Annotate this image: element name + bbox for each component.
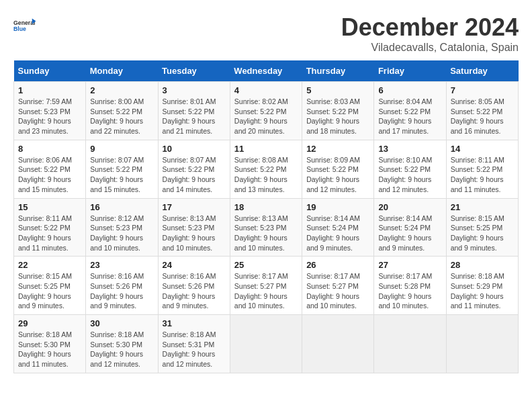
day-number: 14 xyxy=(451,144,514,154)
calendar-cell: 11 Sunrise: 8:08 AMSunset: 5:22 PMDaylig… xyxy=(230,140,302,198)
calendar-table: SundayMondayTuesdayWednesdayThursdayFrid… xyxy=(13,60,519,373)
day-number: 23 xyxy=(90,260,153,270)
logo-icon: GeneralBlue xyxy=(13,13,38,38)
calendar-cell: 23 Sunrise: 8:16 AMSunset: 5:26 PMDaylig… xyxy=(86,257,158,315)
day-info: Sunrise: 8:14 AMSunset: 5:24 PMDaylight:… xyxy=(306,214,369,253)
day-number: 22 xyxy=(18,260,81,270)
day-number: 17 xyxy=(163,202,226,212)
calendar-cell: 16 Sunrise: 8:12 AMSunset: 5:23 PMDaylig… xyxy=(86,198,158,257)
day-number: 6 xyxy=(378,85,441,95)
day-number: 30 xyxy=(90,318,153,328)
day-number: 5 xyxy=(306,85,369,95)
calendar-cell xyxy=(302,315,374,373)
day-number: 12 xyxy=(306,144,369,154)
day-number: 13 xyxy=(378,144,441,154)
day-info: Sunrise: 8:15 AMSunset: 5:25 PMDaylight:… xyxy=(18,271,81,311)
day-info: Sunrise: 8:12 AMSunset: 5:23 PMDaylight:… xyxy=(90,214,153,253)
day-header: Monday xyxy=(86,60,158,82)
title-section: December 2024 Viladecavalls, Catalonia, … xyxy=(341,13,519,54)
day-info: Sunrise: 8:09 AMSunset: 5:22 PMDaylight:… xyxy=(306,155,369,195)
day-info: Sunrise: 8:06 AMSunset: 5:22 PMDaylight:… xyxy=(18,155,81,195)
day-header: Thursday xyxy=(302,60,374,82)
day-info: Sunrise: 8:07 AMSunset: 5:22 PMDaylight:… xyxy=(163,155,226,195)
day-header: Tuesday xyxy=(158,60,230,82)
day-info: Sunrise: 8:13 AMSunset: 5:23 PMDaylight:… xyxy=(163,214,226,253)
day-info: Sunrise: 8:11 AMSunset: 5:22 PMDaylight:… xyxy=(18,214,81,253)
day-info: Sunrise: 8:14 AMSunset: 5:24 PMDaylight:… xyxy=(378,214,441,253)
calendar-cell: 22 Sunrise: 8:15 AMSunset: 5:25 PMDaylig… xyxy=(14,257,86,315)
calendar-cell: 30 Sunrise: 8:18 AMSunset: 5:30 PMDaylig… xyxy=(86,315,158,373)
day-info: Sunrise: 8:05 AMSunset: 5:22 PMDaylight:… xyxy=(451,97,514,136)
calendar-cell xyxy=(446,315,518,373)
calendar-cell: 15 Sunrise: 8:11 AMSunset: 5:22 PMDaylig… xyxy=(14,198,86,257)
calendar-cell xyxy=(230,315,302,373)
calendar-week-row: 15 Sunrise: 8:11 AMSunset: 5:22 PMDaylig… xyxy=(14,198,519,257)
calendar-week-row: 1 Sunrise: 7:59 AMSunset: 5:23 PMDayligh… xyxy=(14,82,519,140)
calendar-cell xyxy=(374,315,446,373)
day-info: Sunrise: 8:03 AMSunset: 5:22 PMDaylight:… xyxy=(306,97,369,136)
day-info: Sunrise: 8:17 AMSunset: 5:28 PMDaylight:… xyxy=(378,271,441,311)
calendar-cell: 13 Sunrise: 8:10 AMSunset: 5:22 PMDaylig… xyxy=(374,140,446,198)
day-info: Sunrise: 8:15 AMSunset: 5:25 PMDaylight:… xyxy=(451,214,514,253)
day-number: 10 xyxy=(163,144,226,154)
calendar-cell: 3 Sunrise: 8:01 AMSunset: 5:22 PMDayligh… xyxy=(158,82,230,140)
calendar-cell: 7 Sunrise: 8:05 AMSunset: 5:22 PMDayligh… xyxy=(446,82,518,140)
day-header: Sunday xyxy=(14,60,86,82)
day-number: 11 xyxy=(234,144,298,154)
day-number: 20 xyxy=(378,202,441,212)
calendar-week-row: 22 Sunrise: 8:15 AMSunset: 5:25 PMDaylig… xyxy=(14,257,519,315)
calendar-header-row: SundayMondayTuesdayWednesdayThursdayFrid… xyxy=(14,60,519,82)
day-number: 21 xyxy=(451,202,514,212)
day-info: Sunrise: 8:00 AMSunset: 5:22 PMDaylight:… xyxy=(90,97,153,136)
day-number: 15 xyxy=(18,202,81,212)
calendar-cell: 9 Sunrise: 8:07 AMSunset: 5:22 PMDayligh… xyxy=(86,140,158,198)
day-number: 3 xyxy=(163,85,226,95)
calendar-cell: 1 Sunrise: 7:59 AMSunset: 5:23 PMDayligh… xyxy=(14,82,86,140)
day-header: Friday xyxy=(374,60,446,82)
day-number: 24 xyxy=(163,260,226,270)
day-info: Sunrise: 8:01 AMSunset: 5:22 PMDaylight:… xyxy=(163,97,226,136)
day-info: Sunrise: 8:13 AMSunset: 5:23 PMDaylight:… xyxy=(234,214,298,253)
month-title: December 2024 xyxy=(341,13,519,42)
calendar-cell: 2 Sunrise: 8:00 AMSunset: 5:22 PMDayligh… xyxy=(86,82,158,140)
page-header: GeneralBlue December 2024 Viladecavalls,… xyxy=(13,13,519,54)
day-number: 18 xyxy=(234,202,298,212)
day-info: Sunrise: 7:59 AMSunset: 5:23 PMDaylight:… xyxy=(18,97,81,136)
day-info: Sunrise: 8:18 AMSunset: 5:31 PMDaylight:… xyxy=(163,330,226,369)
day-info: Sunrise: 8:18 AMSunset: 5:30 PMDaylight:… xyxy=(18,330,81,369)
day-info: Sunrise: 8:18 AMSunset: 5:30 PMDaylight:… xyxy=(90,330,153,369)
location-title: Viladecavalls, Catalonia, Spain xyxy=(341,42,519,54)
calendar-cell: 21 Sunrise: 8:15 AMSunset: 5:25 PMDaylig… xyxy=(446,198,518,257)
day-number: 27 xyxy=(378,260,441,270)
day-number: 25 xyxy=(234,260,298,270)
day-number: 9 xyxy=(90,144,153,154)
day-info: Sunrise: 8:08 AMSunset: 5:22 PMDaylight:… xyxy=(234,155,298,195)
day-number: 26 xyxy=(306,260,369,270)
logo: GeneralBlue xyxy=(13,13,38,38)
calendar-cell: 18 Sunrise: 8:13 AMSunset: 5:23 PMDaylig… xyxy=(230,198,302,257)
day-info: Sunrise: 8:18 AMSunset: 5:29 PMDaylight:… xyxy=(451,271,514,311)
day-header: Wednesday xyxy=(230,60,302,82)
calendar-cell: 6 Sunrise: 8:04 AMSunset: 5:22 PMDayligh… xyxy=(374,82,446,140)
calendar-body: 1 Sunrise: 7:59 AMSunset: 5:23 PMDayligh… xyxy=(14,82,519,373)
calendar-cell: 25 Sunrise: 8:17 AMSunset: 5:27 PMDaylig… xyxy=(230,257,302,315)
calendar-cell: 4 Sunrise: 8:02 AMSunset: 5:22 PMDayligh… xyxy=(230,82,302,140)
calendar-cell: 20 Sunrise: 8:14 AMSunset: 5:24 PMDaylig… xyxy=(374,198,446,257)
calendar-week-row: 8 Sunrise: 8:06 AMSunset: 5:22 PMDayligh… xyxy=(14,140,519,198)
svg-text:General: General xyxy=(13,19,36,26)
day-info: Sunrise: 8:17 AMSunset: 5:27 PMDaylight:… xyxy=(234,271,298,311)
day-info: Sunrise: 8:10 AMSunset: 5:22 PMDaylight:… xyxy=(378,155,441,195)
calendar-cell: 31 Sunrise: 8:18 AMSunset: 5:31 PMDaylig… xyxy=(158,315,230,373)
day-number: 16 xyxy=(90,202,153,212)
day-info: Sunrise: 8:04 AMSunset: 5:22 PMDaylight:… xyxy=(378,97,441,136)
calendar-cell: 17 Sunrise: 8:13 AMSunset: 5:23 PMDaylig… xyxy=(158,198,230,257)
calendar-cell: 19 Sunrise: 8:14 AMSunset: 5:24 PMDaylig… xyxy=(302,198,374,257)
day-info: Sunrise: 8:07 AMSunset: 5:22 PMDaylight:… xyxy=(90,155,153,195)
day-number: 31 xyxy=(163,318,226,328)
calendar-cell: 8 Sunrise: 8:06 AMSunset: 5:22 PMDayligh… xyxy=(14,140,86,198)
svg-text:Blue: Blue xyxy=(13,26,26,32)
day-number: 28 xyxy=(451,260,514,270)
day-number: 8 xyxy=(18,144,81,154)
calendar-cell: 27 Sunrise: 8:17 AMSunset: 5:28 PMDaylig… xyxy=(374,257,446,315)
calendar-cell: 14 Sunrise: 8:11 AMSunset: 5:22 PMDaylig… xyxy=(446,140,518,198)
